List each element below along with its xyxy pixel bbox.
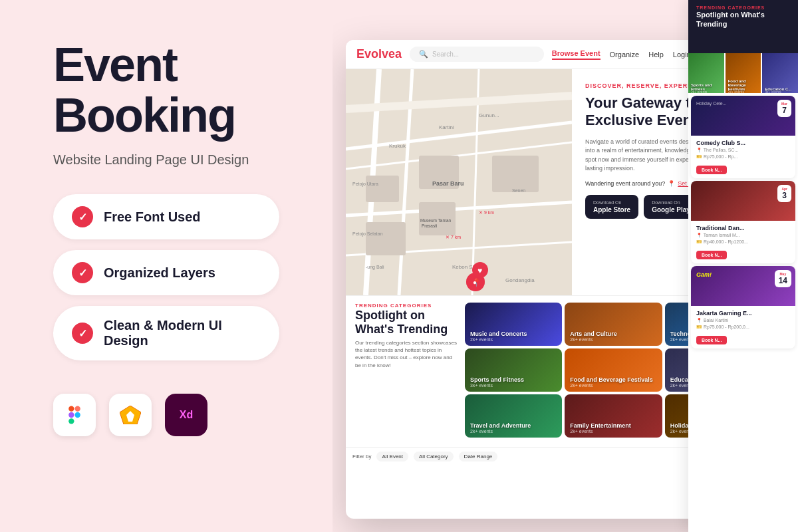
book-btn-traditional[interactable]: Book N... [696, 251, 727, 259]
event-card-traditional: Apr 3 Traditional Dan... 📍 Taman Ismail … [691, 181, 795, 263]
event-date-holiday: Mar 7 [777, 100, 791, 117]
svg-text:Gunun...: Gunun... [479, 112, 499, 118]
svg-rect-1 [74, 406, 80, 412]
category-family[interactable]: Family Entertainment 2k+ events [565, 394, 662, 438]
svg-text:Gondangdia: Gondangdia [505, 277, 535, 283]
event-img-holiday: Mar 7 Holiday Cele... [691, 96, 795, 136]
map-svg: Krukuk Kartini Gunun... Petojo Utara Pas… [346, 69, 572, 295]
svg-text:Kartini: Kartini [439, 124, 454, 130]
svg-text:Krukuk: Krukuk [389, 143, 406, 149]
svg-text:Senen: Senen [512, 188, 525, 193]
event-card-info-jakarta: Jakarta Gaming E... 📍 Balai Kartini 🎫 Rp… [691, 306, 795, 348]
check-icon-2: ✓ [72, 262, 93, 283]
filter-all-category[interactable]: All Category [414, 452, 454, 462]
event-location-jakarta: 📍 Balai Kartini [696, 318, 790, 323]
feature-item-organized-layers: ✓ Organized Layers [53, 250, 279, 295]
event-date-jakarta: May 14 [775, 270, 791, 287]
right-panel: Evolvea 🔍 Search... Browse Event Organiz… [332, 0, 798, 532]
svg-text:✕ 7 km: ✕ 7 km [446, 235, 461, 239]
sketch-icon [109, 394, 152, 436]
event-name-jakarta: Jakarta Gaming E... [696, 310, 790, 317]
category-arts[interactable]: Arts and Culture 2k+ events [565, 303, 662, 346]
left-panel: Event Booking Website Landing Page UI De… [0, 0, 332, 532]
event-location-traditional: 📍 Taman Ismail M... [696, 233, 790, 238]
event-img-jakarta: May 14 Gam! [691, 266, 795, 306]
side-trending-title: Spotlight on What's Trending [696, 10, 790, 29]
thumb-sports[interactable]: Sports and Fitness 2k+ events [688, 53, 724, 93]
svg-text:Petojo Utara: Petojo Utara [352, 182, 378, 187]
top-thumbs: Sports and Fitness 2k+ events Food and B… [688, 53, 798, 93]
trending-label: TRENDING CATEGORIES [355, 303, 458, 309]
evolvea-logo: Evolvea [356, 47, 402, 61]
event-card-jakarta: May 14 Gam! Jakarta Gaming E... 📍 Balai … [691, 266, 795, 348]
feature-label-clean-ui: Clean & Modern UI Design [104, 318, 261, 348]
event-card-info-holiday: Comedy Club S... 📍 The Pallas, SC... 🎫 R… [691, 136, 795, 178]
event-price-traditional: 🎫 Rp40,000 - Rp1200... [696, 239, 790, 245]
event-price-comedy: 🎫 Rp75,000 - Rp... [696, 154, 790, 160]
search-bar[interactable]: 🔍 Search... [410, 47, 544, 62]
svg-point-4 [74, 412, 80, 418]
category-sports[interactable]: Sports and Fitness 3k+ events [465, 348, 562, 392]
event-price-jakarta: 🎫 Rp75,000 - Rp200,0... [696, 325, 790, 330]
feature-label-free-font: Free Font Used [104, 209, 201, 225]
category-food[interactable]: Food and Beverage Festivals 2k+ events [565, 348, 662, 392]
nav-help[interactable]: Help [648, 51, 664, 59]
svg-text:-ung Bali: -ung Bali [366, 265, 384, 270]
svg-text:♥: ♥ [477, 266, 482, 275]
event-img-traditional: Apr 3 [691, 181, 795, 221]
event-name-comedy: Comedy Club S... [696, 140, 790, 146]
nav-browse[interactable]: Browse Event [552, 49, 600, 60]
apple-store-btn[interactable]: Download On Apple Store [585, 195, 638, 219]
book-btn-comedy[interactable]: Book N... [696, 166, 727, 174]
svg-rect-18 [366, 176, 399, 202]
xd-icon: Xd [165, 394, 207, 436]
subtitle: Website Landing Page UI Design [53, 152, 293, 168]
check-icon: ✓ [72, 206, 93, 227]
feature-label-organized-layers: Organized Layers [104, 265, 215, 281]
main-title: Event Booking [53, 40, 293, 140]
category-music[interactable]: Music and Concerts 2k+ events [465, 303, 562, 346]
event-name-traditional: Traditional Dan... [696, 225, 790, 231]
nav-organize[interactable]: Organize [610, 51, 640, 59]
event-date-traditional: Apr 3 [777, 185, 791, 202]
svg-text:Museum Taman: Museum Taman [420, 218, 452, 223]
figma-icon [53, 394, 96, 436]
svg-text:Petojo Selatan: Petojo Selatan [352, 231, 383, 237]
svg-rect-3 [68, 418, 74, 424]
filter-date-range[interactable]: Date Range [459, 452, 498, 462]
book-btn-jakarta[interactable]: Book N... [696, 336, 727, 344]
filter-all-event[interactable]: All Event [376, 452, 408, 462]
feature-item-clean-ui: ✓ Clean & Modern UI Design [53, 306, 279, 360]
feature-list: ✓ Free Font Used ✓ Organized Layers ✓ Cl… [53, 194, 293, 360]
filter-label: Filter by [352, 454, 371, 460]
svg-text:Pasar Baru: Pasar Baru [432, 180, 464, 187]
check-icon-3: ✓ [72, 323, 93, 344]
thumb-food[interactable]: Food and Beverage Festivals 2k+ events [726, 53, 761, 93]
svg-rect-0 [68, 406, 74, 412]
svg-rect-21 [366, 222, 406, 255]
tool-icons: Xd [53, 394, 293, 436]
event-card-holiday: Mar 7 Holiday Cele... Comedy Club S... 📍… [691, 96, 795, 178]
event-location-comedy: 📍 The Pallas, SC... [696, 148, 790, 153]
spotlight-left: TRENDING CATEGORIES Spotlight on What's … [355, 303, 458, 440]
svg-rect-2 [68, 412, 74, 418]
svg-rect-20 [492, 156, 539, 192]
svg-text:Prasasti: Prasasti [422, 223, 437, 228]
events-panel: TRENDING CATEGORIES Spotlight on What's … [688, 0, 798, 532]
spotlight-desc: Our trending categories section showcase… [355, 339, 458, 369]
category-travel[interactable]: Travel and Adventure 2k+ events [465, 394, 562, 438]
side-trending-bar: TRENDING CATEGORIES Spotlight on What's … [688, 0, 798, 53]
svg-text:✕ 9 km: ✕ 9 km [479, 210, 494, 215]
search-icon: 🔍 [419, 50, 428, 59]
spotlight-title: Spotlight on What's Trending [355, 309, 458, 336]
thumb-edu[interactable]: Education C... 3k+ events [762, 53, 798, 93]
side-trending-label: TRENDING CATEGORIES [696, 5, 790, 10]
feature-item-free-font: ✓ Free Font Used [53, 194, 279, 239]
event-card-info-traditional: Traditional Dan... 📍 Taman Ismail M... 🎫… [691, 221, 795, 263]
main-map-pin: ♥ [472, 262, 488, 285]
